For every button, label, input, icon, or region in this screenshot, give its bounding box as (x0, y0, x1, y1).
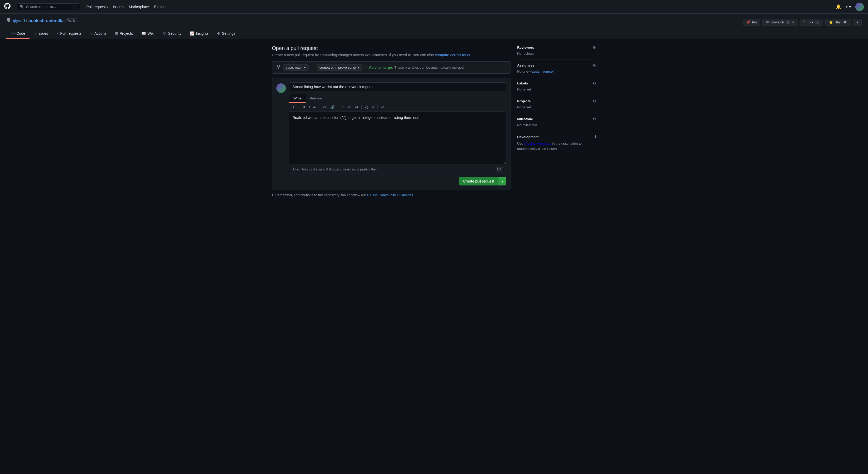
merge-auto-text: These branches can be automatically merg… (394, 66, 465, 69)
pr-icon: ⑂ (57, 31, 59, 35)
create-new-btn[interactable]: + ▾ (845, 4, 851, 9)
pr-title-input[interactable] (289, 82, 506, 91)
main-content: Open a pull request Create a new pull re… (266, 39, 602, 203)
labels-title: Labels (517, 81, 528, 85)
compare-branch-label: compare: improve-script (319, 66, 356, 69)
repo-owner[interactable]: njlyon0 (11, 19, 25, 23)
mention-btn[interactable]: @ (364, 104, 370, 110)
tab-insights[interactable]: 📈 Insights (186, 29, 213, 39)
wiki-icon: 📖 (141, 31, 146, 35)
community-guidelines-link[interactable]: GitHub Community Guidelines. (367, 193, 414, 197)
base-branch-selector[interactable]: base: main ▾ (283, 64, 309, 71)
editor-toolbar: H B I S <> 🔗 ≡ #≡ ☑ @ # (289, 103, 506, 112)
italic-btn[interactable]: I (307, 104, 311, 110)
projects-title: Projects (517, 99, 531, 103)
sidebar-assignees: Assignees ⚙ No one—assign yourself (517, 60, 596, 77)
notice-row: ℹ Remember, contributions to this reposi… (272, 190, 511, 197)
task-list-btn[interactable]: ☑ (353, 104, 359, 110)
arrow-icon: ← (311, 66, 314, 70)
tab-pull-requests[interactable]: ⑂ Pull requests (52, 29, 86, 39)
security-icon: 🛡 (163, 31, 166, 35)
nav-pull-requests[interactable]: Pull requests (86, 5, 107, 9)
milestone-title: Milestone (517, 117, 533, 121)
sidebar: Reviewers ⚙ No reviews Assignees ⚙ No on… (517, 45, 596, 197)
tab-wiki[interactable]: 📖 Wiki (137, 29, 158, 39)
tab-issues[interactable]: ○ Issues (29, 29, 52, 39)
repo-actions: 📌 Pin 👁 Unwatch 1 ▾ ⑂ Fork 0 ⭐ Star 0 ▾ (743, 19, 862, 26)
sidebar-projects-header: Projects ⚙ (517, 99, 596, 103)
compare-forks-link[interactable]: compare across forks. (435, 53, 471, 57)
sidebar-projects: Projects ⚙ None yet (517, 95, 596, 113)
settings-icon: ⚙ (217, 31, 220, 35)
tab-actions[interactable]: ▷ Actions (86, 29, 111, 39)
sidebar-reviewers-header: Reviewers ⚙ (517, 45, 596, 49)
attach-text: Attach files by dragging & dropping, sel… (292, 168, 379, 171)
compare-branch-chevron: ▾ (358, 66, 360, 69)
sidebar-milestone-header: Milestone ⚙ (517, 117, 596, 121)
search-box[interactable]: 🔍 Search or jump to... / (17, 3, 80, 10)
development-info-icon[interactable]: ℹ (595, 135, 596, 139)
fork-button[interactable]: ⑂ Fork 0 (800, 19, 824, 26)
pr-body-textarea[interactable]: Realized we can use a colon (":") to get… (289, 112, 506, 164)
repo-name[interactable]: bookish-umbrella (28, 19, 63, 23)
compare-branch-selector[interactable]: compare: improve-script ▾ (317, 64, 363, 71)
top-nav-right: 🔔 + ▾ (836, 3, 864, 11)
closing-keywords-link[interactable]: Closing keywords (524, 141, 551, 145)
pr-form: Write Preview H B I S <> 🔗 ≡ (272, 78, 511, 190)
repo-separator: / (26, 18, 27, 24)
undo-btn[interactable]: ↩ (380, 104, 385, 110)
link-btn[interactable]: 🔗 (329, 104, 336, 110)
heading-btn[interactable]: H (292, 105, 297, 110)
projects-value: None yet (517, 105, 596, 109)
nav-marketplace[interactable]: Marketplace (129, 5, 149, 9)
ordered-list-btn[interactable]: #≡ (346, 104, 352, 110)
toolbar-sep-4 (361, 105, 362, 109)
unwatch-button[interactable]: 👁 Unwatch 1 ▾ (763, 19, 798, 26)
milestone-gear[interactable]: ⚙ (593, 117, 596, 121)
compare-icon (276, 65, 281, 70)
branch-bar: base: main ▾ ← compare: improve-script ▾… (272, 61, 511, 74)
write-preview-tabs: Write Preview (289, 94, 506, 103)
search-icon: 🔍 (20, 5, 24, 9)
strikethrough-btn[interactable]: S (312, 105, 317, 110)
create-pr-dropdown-button[interactable]: ▾ (499, 177, 506, 185)
write-tab[interactable]: Write (289, 94, 306, 103)
reviewers-title: Reviewers (517, 45, 534, 49)
unwatch-count: 1 (786, 21, 790, 24)
bold-btn[interactable]: B (301, 104, 306, 110)
file-attach-area[interactable]: Attach files by dragging & dropping, sel… (289, 165, 506, 174)
able-to-merge-text: Able to merge. (369, 66, 393, 69)
assign-yourself-link[interactable]: No one—assign yourself (517, 69, 555, 73)
notifications-bell[interactable]: 🔔 (836, 4, 841, 9)
search-shortcut: / (73, 5, 77, 9)
labels-gear[interactable]: ⚙ (593, 81, 596, 85)
preview-tab[interactable]: Preview (306, 94, 326, 103)
pin-icon: 📌 (746, 20, 750, 24)
unwatch-chevron: ▾ (792, 20, 794, 24)
more-actions-button[interactable]: ▾ (853, 19, 862, 26)
create-pr-main-button[interactable]: Create pull request (459, 177, 499, 185)
tab-projects[interactable]: ⊞ Projects (111, 29, 137, 39)
pin-button[interactable]: 📌 Pin (743, 19, 761, 26)
user-avatar[interactable] (856, 3, 864, 11)
tab-settings[interactable]: ⚙ Settings (213, 29, 240, 39)
star-button[interactable]: ⭐ Star 0 (825, 19, 851, 26)
code-btn[interactable]: <> (321, 104, 328, 110)
projects-gear[interactable]: ⚙ (593, 99, 596, 103)
github-logo[interactable] (4, 3, 10, 11)
sidebar-development: Development ℹ Use Closing keywords in th… (517, 131, 596, 155)
pr-form-row: Write Preview H B I S <> 🔗 ≡ (276, 82, 506, 174)
reference-btn[interactable]: # (371, 104, 375, 110)
tab-security[interactable]: 🛡 Security (159, 29, 186, 39)
tab-code[interactable]: <> Code (6, 29, 29, 39)
nav-issues[interactable]: Issues (113, 5, 123, 9)
insights-icon: 📈 (190, 31, 194, 35)
nav-explore[interactable]: Explore (154, 5, 166, 9)
reviewers-gear[interactable]: ⚙ (593, 45, 596, 49)
unordered-list-btn[interactable]: ≡ (340, 104, 345, 110)
repo-header: njlyon0 / bookish-umbrella Public 📌 Pin … (0, 14, 868, 39)
assignees-gear[interactable]: ⚙ (593, 63, 596, 67)
unwatch-label: Unwatch (771, 20, 784, 24)
toolbar-sep-3 (338, 105, 338, 109)
base-branch-label: base: main (285, 66, 302, 69)
